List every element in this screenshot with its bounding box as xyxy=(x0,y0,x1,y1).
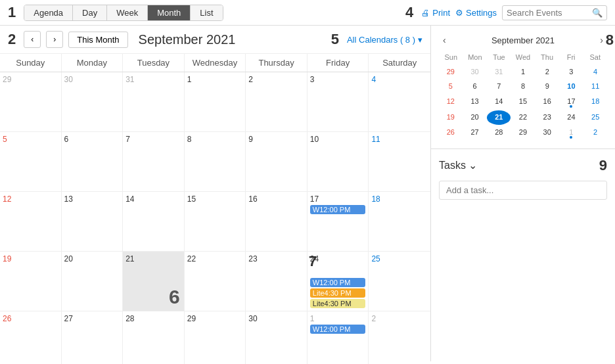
list-item[interactable]: 2 xyxy=(535,65,559,79)
table-row[interactable]: 30 xyxy=(62,72,124,132)
list-item[interactable]: 25 xyxy=(583,110,607,124)
list-item[interactable]: 10 xyxy=(560,80,583,93)
table-row[interactable]: 2 xyxy=(369,311,430,364)
event-chip[interactable]: Lite4:30 PM xyxy=(310,288,366,298)
table-row[interactable]: 15 xyxy=(185,192,246,252)
list-item[interactable]: 4 xyxy=(583,65,607,79)
list-item[interactable]: 21 xyxy=(487,110,511,124)
list-item[interactable]: 29 xyxy=(439,65,463,79)
chevron-down-icon: ▾ xyxy=(418,35,422,45)
event-chip[interactable]: W12:00 PM xyxy=(310,278,366,287)
mini-cal-title: September 2021 xyxy=(491,35,555,45)
day-headers: Sunday Monday Tuesday Wednesday Thursday… xyxy=(0,54,430,72)
table-row[interactable]: 26 xyxy=(0,311,62,364)
all-calendars-button[interactable]: All Calendars ( 8 ) ▾ xyxy=(347,35,422,45)
this-month-button[interactable]: This Month xyxy=(68,32,127,48)
table-row[interactable]: 9 xyxy=(246,132,308,192)
table-row[interactable]: 23 xyxy=(246,252,308,311)
list-item[interactable]: 7 xyxy=(487,80,511,93)
table-row[interactable]: 27 xyxy=(62,311,124,364)
day-view-btn[interactable]: Day xyxy=(73,5,107,20)
list-view-btn[interactable]: List xyxy=(191,5,222,20)
table-row[interactable]: 13 xyxy=(62,192,124,252)
list-item[interactable]: 13 xyxy=(463,95,487,110)
table-row[interactable]: 11 xyxy=(369,132,430,192)
table-row[interactable]: 5 xyxy=(0,132,62,192)
table-row[interactable]: 18 xyxy=(369,192,430,252)
list-item[interactable]: 3 xyxy=(560,65,583,79)
list-item[interactable]: 11 xyxy=(583,80,607,93)
list-item[interactable]: 29 xyxy=(511,125,535,141)
table-row[interactable]: 28 xyxy=(123,311,185,364)
table-row[interactable]: 21 6 xyxy=(123,252,185,311)
list-item[interactable]: 2 xyxy=(583,125,607,141)
friday-header: Friday xyxy=(308,54,369,72)
add-task-input[interactable] xyxy=(439,181,607,200)
table-row[interactable]: 29 xyxy=(0,72,62,132)
list-item[interactable]: 18 xyxy=(583,95,607,110)
list-item[interactable]: 8 xyxy=(511,80,535,93)
list-item[interactable]: 26 xyxy=(439,125,463,141)
table-row[interactable]: 24 7 W12:00 PM Lite4:30 PM Lite4:30 PM xyxy=(308,252,369,311)
list-item[interactable]: 19 xyxy=(439,110,463,124)
list-item[interactable]: 16 xyxy=(535,95,559,110)
table-row[interactable]: 19 xyxy=(0,252,62,311)
mini-prev-button[interactable]: ‹ xyxy=(439,34,450,47)
list-item[interactable]: 15 xyxy=(511,95,535,110)
event-chip[interactable]: W12:00 PM xyxy=(310,205,366,214)
search-input[interactable] xyxy=(507,8,592,18)
table-row[interactable]: 12 xyxy=(0,192,62,252)
event-chip[interactable]: W12:00 PM xyxy=(310,325,366,334)
next-month-button[interactable]: › xyxy=(46,31,63,48)
saturday-header: Saturday xyxy=(369,54,430,72)
table-row[interactable]: 1 W12:00 PM xyxy=(308,311,369,364)
cal-nav: 2 ‹ › This Month September 2021 5 All Ca… xyxy=(0,26,430,54)
table-row[interactable]: 7 xyxy=(123,132,185,192)
list-item[interactable]: 31 xyxy=(487,65,511,79)
table-row[interactable]: 20 xyxy=(62,252,124,311)
list-item[interactable]: 22 xyxy=(511,110,535,124)
table-row[interactable]: 14 xyxy=(123,192,185,252)
month-view-btn[interactable]: Month xyxy=(148,5,191,20)
table-row[interactable]: 22 xyxy=(185,252,246,311)
list-item[interactable]: 20 xyxy=(463,110,487,124)
table-row[interactable]: 2 xyxy=(246,72,308,132)
table-row[interactable]: 8 xyxy=(185,132,246,192)
list-item[interactable]: 12 xyxy=(439,95,463,110)
table-row[interactable]: 30 xyxy=(246,311,308,364)
list-item[interactable]: 30 xyxy=(463,65,487,79)
list-item[interactable]: 1 xyxy=(511,65,535,79)
table-row[interactable]: 1 xyxy=(185,72,246,132)
mini-tue-hdr: Tue xyxy=(487,52,511,62)
list-item[interactable]: 1 xyxy=(560,125,583,141)
table-row[interactable]: 10 xyxy=(308,132,369,192)
print-button[interactable]: 🖨 Print xyxy=(421,8,450,18)
list-item[interactable]: 23 xyxy=(535,110,559,124)
list-item[interactable]: 27 xyxy=(463,125,487,141)
list-item[interactable]: 17 xyxy=(560,95,583,110)
list-item[interactable]: 14 xyxy=(487,95,511,110)
week-view-btn[interactable]: Week xyxy=(107,5,148,20)
annotation-4: 4 xyxy=(405,4,413,21)
prev-month-button[interactable]: ‹ xyxy=(24,31,41,48)
event-chip[interactable]: Lite4:30 PM xyxy=(310,299,366,308)
list-item[interactable]: 24 xyxy=(560,110,583,124)
settings-button[interactable]: ⚙ Settings xyxy=(455,8,497,18)
list-item[interactable]: 5 xyxy=(439,80,463,93)
table-row[interactable]: 6 xyxy=(62,132,124,192)
gear-icon: ⚙ xyxy=(455,8,463,18)
table-row[interactable]: 25 xyxy=(369,252,430,311)
table-row[interactable]: 4 xyxy=(369,72,430,132)
wednesday-header: Wednesday xyxy=(185,54,246,72)
tasks-chevron-icon[interactable]: ⌄ xyxy=(468,159,477,171)
table-row[interactable]: 3 xyxy=(308,72,369,132)
table-row[interactable]: 16 xyxy=(246,192,308,252)
table-row[interactable]: 17 W12:00 PM xyxy=(308,192,369,252)
list-item[interactable]: 28 xyxy=(487,125,511,141)
list-item[interactable]: 30 xyxy=(535,125,559,141)
table-row[interactable]: 29 xyxy=(185,311,246,364)
table-row[interactable]: 31 xyxy=(123,72,185,132)
list-item[interactable]: 6 xyxy=(463,80,487,93)
agenda-view-btn[interactable]: Agenda xyxy=(24,5,73,20)
list-item[interactable]: 9 xyxy=(535,80,559,93)
